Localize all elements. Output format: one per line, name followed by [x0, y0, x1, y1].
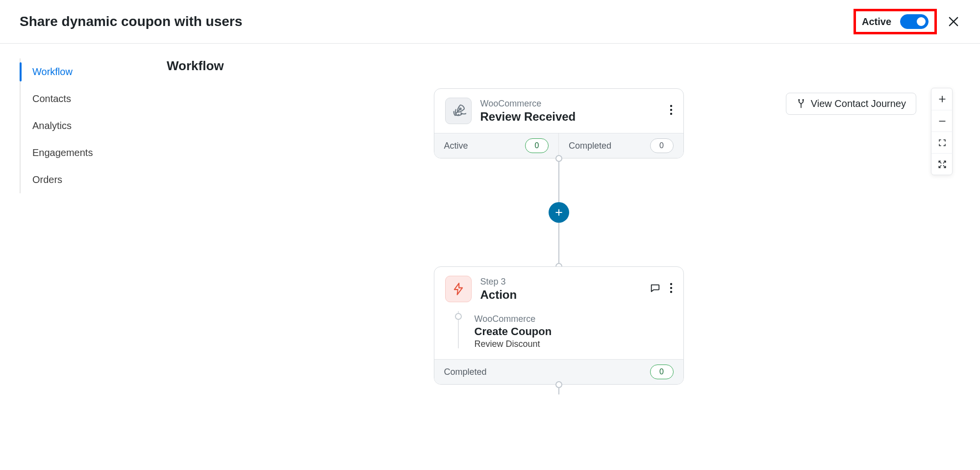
sidebar-item-workflow[interactable]: Workflow [21, 58, 137, 85]
sidebar-item-contacts[interactable]: Contacts [21, 85, 137, 112]
bolt-icon [452, 282, 465, 296]
trigger-menu-button[interactable] [670, 104, 673, 117]
svg-point-15 [670, 287, 672, 289]
trigger-active-label: Active [444, 141, 468, 151]
connector-top [558, 158, 559, 203]
trigger-completed-label: Completed [569, 141, 611, 151]
body: Workflow Contacts Analytics Engagements … [0, 44, 980, 470]
svg-point-8 [670, 105, 672, 107]
action-step-title: Create Coupon [475, 325, 673, 338]
active-toggle-group: Active [854, 9, 937, 34]
trigger-completed-count: 0 [650, 138, 674, 153]
active-toggle[interactable] [900, 14, 929, 29]
action-completed-label: Completed [444, 367, 487, 377]
chat-icon [649, 283, 661, 293]
action-footer: Completed 0 [434, 359, 683, 384]
svg-point-16 [670, 291, 672, 293]
rocket-icon [451, 103, 466, 119]
action-title: Action [480, 288, 640, 302]
action-step-sub: WooCommerce [475, 314, 673, 324]
trigger-output-port[interactable] [555, 155, 562, 162]
trigger-node[interactable]: WooCommerce Review Received Active 0 [434, 88, 684, 158]
close-button[interactable] [947, 15, 960, 28]
toggle-knob [915, 16, 927, 27]
plus-icon [554, 208, 564, 217]
connector-bottom [558, 222, 559, 266]
page-title: Share dynamic coupon with users [20, 14, 242, 29]
svg-point-7 [459, 108, 461, 109]
trigger-node-header: WooCommerce Review Received [434, 89, 683, 133]
trigger-title: Review Received [480, 110, 661, 124]
header: Share dynamic coupon with users Active [0, 0, 980, 44]
svg-point-14 [670, 283, 672, 285]
svg-point-9 [670, 109, 672, 111]
header-controls: Active [854, 9, 960, 34]
sidebar-item-orders[interactable]: Orders [21, 166, 137, 193]
action-node-header: Step 3 Action [434, 267, 683, 311]
action-completed-stat: Completed 0 [434, 360, 683, 384]
action-completed-count: 0 [650, 365, 674, 379]
action-comment-button[interactable] [649, 283, 661, 295]
sidebar-item-engagements[interactable]: Engagements [21, 139, 137, 166]
trigger-icon-box [445, 98, 472, 124]
action-step[interactable]: WooCommerce Create Coupon Review Discoun… [461, 314, 673, 349]
action-step-desc: Review Discount [475, 339, 673, 349]
connector-end [558, 385, 559, 394]
add-step-button[interactable] [549, 202, 569, 223]
sidebar-item-analytics[interactable]: Analytics [21, 112, 137, 139]
trigger-subtitle: WooCommerce [480, 99, 661, 109]
dots-vertical-icon [670, 104, 673, 115]
action-subtitle: Step 3 [480, 277, 640, 287]
action-step-port [455, 313, 462, 320]
svg-point-10 [670, 113, 672, 115]
trigger-footer: Active 0 Completed 0 [434, 133, 683, 158]
dots-vertical-icon [670, 283, 673, 293]
main-title: Workflow [167, 58, 970, 74]
close-icon [947, 15, 960, 28]
action-body: WooCommerce Create Coupon Review Discoun… [434, 311, 683, 359]
trigger-completed-stat: Completed 0 [558, 133, 683, 158]
sidebar: Workflow Contacts Analytics Engagements … [0, 58, 137, 470]
action-output-port[interactable] [555, 381, 562, 388]
main: Workflow View Contact Journey [137, 58, 980, 470]
action-menu-button[interactable] [670, 283, 673, 295]
svg-marker-13 [454, 283, 462, 294]
workflow-canvas[interactable]: WooCommerce Review Received Active 0 [147, 88, 970, 432]
action-icon-box [445, 276, 472, 302]
active-label: Active [862, 16, 891, 27]
trigger-active-stat: Active 0 [434, 133, 559, 158]
trigger-active-count: 0 [525, 138, 549, 153]
action-node[interactable]: Step 3 Action WooComm [434, 266, 684, 385]
